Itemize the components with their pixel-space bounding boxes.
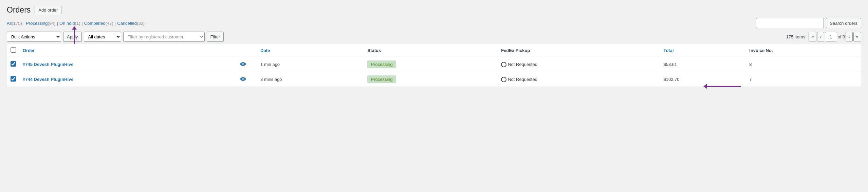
page-number-input[interactable]: [825, 32, 837, 41]
filter-links: All (175) | Processing (94) | On hold (1…: [7, 18, 861, 28]
status-badge: Processing: [367, 75, 396, 83]
total-cell: $53.61: [660, 57, 746, 72]
on-hold-count: (1): [75, 21, 80, 26]
fedex-column-header: FedEx Pickup: [498, 44, 660, 57]
row-checkbox[interactable]: [11, 76, 16, 82]
orders-table-wrapper: Order Date Status FedEx Pickup Total Inv…: [7, 44, 861, 87]
fedex-radio-circle: [501, 62, 506, 67]
page-title: Orders: [7, 5, 31, 15]
filter-on-hold-link[interactable]: On hold: [59, 21, 75, 26]
page-of-text: of 9: [838, 34, 845, 39]
bulk-actions-select[interactable]: Bulk Actions Mark processing Mark on hol…: [7, 32, 61, 42]
pagination: « ‹ of 9 › »: [809, 32, 861, 41]
filter-button[interactable]: Filter: [207, 32, 224, 42]
toolbar: Bulk Actions Mark processing Mark on hol…: [7, 32, 861, 42]
items-count: 175 items: [786, 34, 805, 39]
view-order-icon[interactable]: [240, 76, 246, 82]
table-row: #744 Devesh PluginHive 3 mins ago Proces…: [7, 72, 861, 87]
filter-cancelled-link[interactable]: Cancelled: [117, 21, 137, 26]
fedex-status-text: Not Requested: [508, 62, 537, 67]
filter-completed-link[interactable]: Completed: [84, 21, 106, 26]
order-link[interactable]: #745 Devesh PluginHive: [23, 62, 74, 67]
select-all-checkbox[interactable]: [11, 47, 16, 53]
all-count: (175): [12, 21, 22, 26]
next-page-button[interactable]: ›: [846, 32, 852, 41]
status-cell: Processing: [364, 72, 498, 87]
processing-count: (94): [48, 21, 56, 26]
search-orders-button[interactable]: Search orders: [826, 18, 861, 28]
total-cell: $102.70: [660, 72, 746, 87]
table-row: #745 Devesh PluginHive 1 min ago Process…: [7, 57, 861, 72]
fedex-status-text: Not Requested: [508, 77, 537, 82]
total-column-header: Total: [660, 44, 746, 57]
invoice-cell: 7: [746, 72, 861, 87]
add-order-button[interactable]: Add order: [35, 6, 61, 14]
status-badge: Processing: [367, 60, 396, 68]
customer-filter-select[interactable]: Filter by registered customer: [123, 32, 205, 42]
status-column-header: Status: [364, 44, 498, 57]
fedex-cell: Not Requested: [498, 72, 660, 87]
dates-filter-select[interactable]: All dates: [84, 32, 121, 42]
order-column-header: Order: [19, 44, 237, 57]
row-checkbox[interactable]: [11, 61, 16, 67]
invoice-cell: 8: [746, 57, 861, 72]
date-column-header: Date: [257, 44, 364, 57]
order-link[interactable]: #744 Devesh PluginHive: [23, 77, 74, 82]
fedex-radio-circle: [501, 77, 506, 82]
date-cell: 3 mins ago: [257, 72, 364, 87]
filter-processing-link[interactable]: Processing: [26, 21, 48, 26]
fedex-cell: Not Requested: [498, 57, 660, 72]
date-cell: 1 min ago: [257, 57, 364, 72]
completed-count: (47): [106, 21, 113, 26]
last-page-button[interactable]: »: [853, 32, 861, 41]
apply-button[interactable]: Apply: [63, 32, 82, 42]
prev-page-button[interactable]: ‹: [817, 32, 824, 41]
first-page-button[interactable]: «: [809, 32, 816, 41]
cancelled-count: (33): [137, 21, 145, 26]
orders-table: Order Date Status FedEx Pickup Total Inv…: [7, 44, 861, 87]
invoice-column-header: Invoice No.: [746, 44, 861, 57]
filter-all-link[interactable]: All: [7, 21, 12, 26]
view-order-icon[interactable]: [240, 62, 246, 67]
search-input[interactable]: [756, 18, 824, 28]
status-cell: Processing: [364, 57, 498, 72]
